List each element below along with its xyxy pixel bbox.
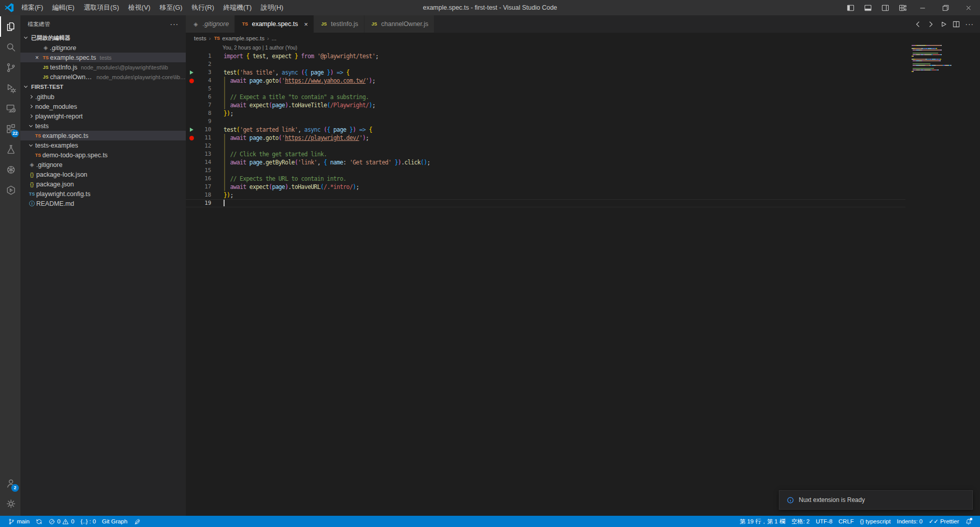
line-content[interactable] — [211, 60, 224, 68]
sidebar-more-actions-icon[interactable]: ··· — [170, 20, 179, 28]
open-editors-section-header[interactable]: 已開啟的編輯器 — [20, 33, 186, 43]
indents[interactable]: Indents: 0 — [894, 516, 926, 527]
feather-status[interactable] — [131, 516, 143, 527]
menu-item-5[interactable]: 執行(R) — [187, 0, 218, 15]
menu-item-2[interactable]: 選取項目(S) — [79, 0, 124, 15]
open-editor-item[interactable]: JSchannelOwner.jsnode_modules\playwright… — [20, 72, 186, 82]
activitybar-explorer[interactable] — [0, 16, 20, 37]
line-content[interactable] — [211, 117, 224, 126]
line-content[interactable] — [211, 85, 224, 93]
activitybar-testing[interactable] — [0, 139, 20, 159]
breakpoint-icon[interactable] — [189, 136, 194, 140]
glyph-margin[interactable] — [186, 175, 197, 183]
activitybar-hexagon-play[interactable] — [0, 180, 20, 200]
menu-item-3[interactable]: 檢視(V) — [124, 0, 155, 15]
glyph-margin[interactable] — [186, 77, 197, 85]
menu-item-6[interactable]: 終端機(T) — [218, 0, 256, 15]
glyph-margin[interactable] — [186, 60, 197, 68]
breadcrumb-item[interactable]: TSexample.spec.ts — [213, 35, 264, 41]
customize-layout-icon[interactable] — [894, 0, 911, 15]
run-icon[interactable] — [940, 20, 947, 28]
open-editor-item[interactable]: ◈.gitignore — [20, 43, 186, 53]
open-editor-item[interactable]: ×TSexample.spec.tstests — [20, 53, 186, 62]
line-content[interactable]: // Click the get started link. — [211, 150, 327, 158]
glyph-margin[interactable] — [186, 85, 197, 93]
activitybar-chatgpt[interactable] — [0, 159, 20, 180]
activitybar-accounts[interactable]: 2 — [0, 473, 20, 493]
brackets-count[interactable]: {..} : 0 — [78, 516, 99, 527]
line-content[interactable]: await page.goto('https://playwright.dev/… — [211, 134, 369, 142]
glyph-margin[interactable] — [186, 134, 197, 142]
line-content[interactable]: await page.getByRole('link', { name: 'Ge… — [211, 158, 430, 166]
tree-file-playwright.config.ts[interactable]: TSplaywright.config.ts — [20, 189, 186, 199]
tree-file-package.json[interactable]: {}package.json — [20, 179, 186, 189]
close-icon[interactable]: × — [33, 54, 41, 61]
glyph-margin[interactable] — [186, 68, 197, 77]
language-mode[interactable]: {} typescript — [857, 516, 894, 527]
navigate-back-icon[interactable] — [914, 20, 922, 28]
menu-item-1[interactable]: 編輯(E) — [48, 0, 79, 15]
glyph-margin[interactable] — [186, 52, 197, 60]
eol[interactable]: CRLF — [836, 516, 857, 527]
tab-example.spec.ts[interactable]: TSexample.spec.ts× — [235, 15, 314, 33]
breadcrumb-item[interactable]: ... — [272, 35, 277, 41]
layout-panel-icon[interactable] — [859, 0, 876, 15]
codelens-blame[interactable]: You, 2 hours ago | 1 author (You) — [186, 44, 905, 52]
tab-.gitignore[interactable]: ◈.gitignore — [186, 15, 235, 33]
tree-file-.gitignore[interactable]: ◈.gitignore — [20, 160, 186, 170]
tree-folder-.github[interactable]: .github — [20, 92, 186, 102]
menu-item-0[interactable]: 檔案(F) — [17, 0, 48, 15]
tab-testInfo.js[interactable]: JStestInfo.js — [314, 15, 364, 33]
indentation[interactable]: 空格: 2 — [788, 516, 813, 527]
tree-folder-tests[interactable]: tests — [20, 121, 186, 131]
line-content[interactable]: }); — [211, 191, 233, 199]
glyph-margin[interactable] — [186, 117, 197, 126]
split-editor-icon[interactable] — [952, 20, 960, 28]
line-content[interactable]: await page.goto('https://www.yahoo.com.t… — [211, 77, 375, 85]
glyph-margin[interactable] — [186, 191, 197, 199]
tree-file-demo-todo-app.spec.ts[interactable]: TSdemo-todo-app.spec.ts — [20, 150, 186, 160]
run-test-icon[interactable] — [190, 128, 193, 132]
glyph-margin[interactable] — [186, 166, 197, 175]
breadcrumb-item[interactable]: tests — [194, 35, 206, 41]
tree-folder-nodemodules[interactable]: node_modules — [20, 102, 186, 111]
glyph-margin[interactable] — [186, 199, 197, 207]
glyph-margin[interactable] — [186, 158, 197, 166]
tree-file-package-lock.json[interactable]: {}package-lock.json — [20, 170, 186, 179]
line-content[interactable]: import { test, expect } from '@playwrigh… — [211, 52, 379, 60]
problems-status[interactable]: 00 — [45, 516, 78, 527]
tree-folder-playwright-report[interactable]: playwright-report — [20, 111, 186, 121]
line-content[interactable]: // Expects the URL to contain intro. — [211, 175, 346, 183]
encoding[interactable]: UTF-8 — [813, 516, 836, 527]
activitybar-source-control[interactable] — [0, 57, 20, 78]
line-content[interactable] — [211, 166, 224, 175]
line-content[interactable]: test('has title', async ({ page }) => { — [211, 68, 350, 77]
minimap[interactable] — [912, 45, 972, 74]
run-test-icon[interactable] — [190, 70, 193, 75]
prettier-status[interactable]: ✓✓ Prettier — [925, 516, 962, 527]
navigate-forward-icon[interactable] — [927, 20, 935, 28]
glyph-margin[interactable] — [186, 126, 197, 134]
tree-file-README.md[interactable]: iREADME.md — [20, 199, 186, 208]
notifications-bell[interactable] — [962, 516, 975, 527]
breakpoint-icon[interactable] — [189, 79, 194, 83]
activitybar-search[interactable] — [0, 37, 20, 57]
cursor-position[interactable]: 第 19 行，第 1 欄 — [737, 516, 788, 527]
glyph-margin[interactable] — [186, 183, 197, 191]
activitybar-remote-explorer[interactable] — [0, 98, 20, 118]
sync-status[interactable] — [33, 516, 45, 527]
glyph-margin[interactable] — [186, 142, 197, 150]
line-content[interactable]: test('get started link', async ({ page }… — [211, 126, 372, 134]
activitybar-run-debug[interactable] — [0, 78, 20, 98]
more-actions-icon[interactable]: ··· — [965, 20, 974, 28]
open-editor-item[interactable]: JStestInfo.jsnode_modules\@playwright\te… — [20, 62, 186, 72]
tab-channelOwner.js[interactable]: JSchannelOwner.js — [364, 15, 434, 33]
layout-sidebar-right-icon[interactable] — [876, 0, 894, 15]
line-content[interactable] — [211, 142, 224, 150]
line-content[interactable]: await expect(page).toHaveTitle(/Playwrig… — [211, 101, 375, 109]
restore-icon[interactable] — [934, 0, 957, 15]
line-content[interactable]: }); — [211, 109, 233, 117]
glyph-margin[interactable] — [186, 150, 197, 158]
glyph-margin[interactable] — [186, 93, 197, 101]
line-content[interactable] — [211, 199, 225, 207]
